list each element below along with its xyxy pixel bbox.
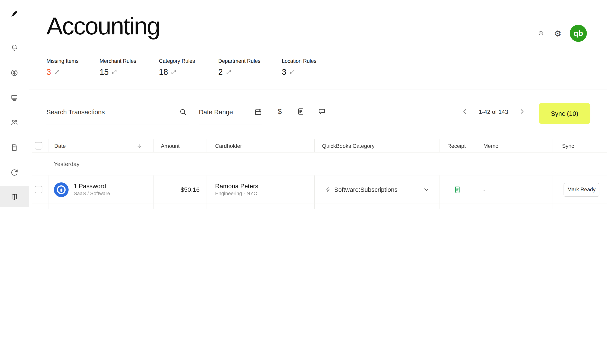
- document-icon: [297, 108, 304, 115]
- next-page-button[interactable]: [517, 107, 527, 116]
- category-select[interactable]: Software:Subscriptions: [314, 175, 440, 204]
- stat-category-rules: Category Rules 18: [159, 58, 195, 77]
- sidebar-item-people[interactable]: [0, 114, 29, 131]
- refresh-dollar-icon: [11, 169, 18, 176]
- stat-merchant-rules: Merchant Rules 15: [99, 58, 136, 77]
- expand-icon[interactable]: [226, 70, 231, 74]
- receipt-icon[interactable]: [454, 186, 461, 194]
- stat-value: 18: [159, 67, 168, 77]
- filter-buttons: $: [274, 105, 328, 118]
- sidebar-item-accounting[interactable]: [0, 186, 29, 207]
- sync-button[interactable]: Sync (10): [539, 103, 590, 124]
- sort-desc-icon: [137, 143, 141, 148]
- column-header-sync: Sync: [553, 139, 607, 152]
- sidebar-item-reimbursements[interactable]: [0, 164, 29, 181]
- merchant-name: 1 Password: [73, 182, 110, 190]
- page-title: Accounting: [46, 12, 160, 41]
- search-input[interactable]: [46, 108, 179, 116]
- column-header-category: QuickBooks Category: [314, 139, 440, 152]
- stats-row: Missing Items 3 Merchant Rules 15 Catego…: [29, 58, 607, 85]
- search-icon: [179, 108, 186, 115]
- category-select[interactable]: Software:Subscriptions: [314, 204, 440, 209]
- prev-page-button[interactable]: [460, 107, 469, 116]
- search-field: [46, 100, 189, 124]
- chat-icon: [318, 108, 325, 115]
- column-label: Date: [54, 143, 66, 149]
- cardholder-dept: Engineering · NYC: [215, 190, 257, 197]
- stat-value: 3: [282, 67, 286, 77]
- history-button[interactable]: [536, 28, 546, 38]
- history-icon: [538, 29, 543, 38]
- date-range-picker[interactable]: Date Range: [199, 100, 262, 124]
- memo-filter-button[interactable]: [316, 105, 328, 118]
- merchant-logo: [54, 182, 69, 197]
- stat-missing-items: Missing Items 3: [46, 58, 78, 77]
- date-range-label: Date Range: [199, 108, 233, 116]
- pagination-label: 1-42 of 143: [476, 108, 511, 115]
- app-logo-icon[interactable]: [0, 7, 29, 21]
- main-content: Accounting ⚙ qb Missing Items 3 Merchant…: [29, 0, 607, 209]
- table-row: 1 Password SaaS / Software $50.16 Ramona…: [32, 175, 607, 204]
- merchant-type: SaaS / Software: [73, 190, 110, 197]
- chevron-right-icon: [521, 109, 524, 114]
- header-actions: ⚙ qb: [536, 25, 587, 42]
- cardholder-name: Ramona Peters: [215, 182, 258, 190]
- expand-icon[interactable]: [172, 70, 176, 74]
- stat-label: Merchant Rules: [99, 58, 136, 64]
- invoice-icon: [11, 143, 18, 151]
- expand-icon[interactable]: [290, 70, 294, 74]
- table-row: w Webflow SaaS / Software $456.83 TK Kon…: [32, 204, 607, 209]
- table-header-row: Date Amount Cardholder QuickBooks Catego…: [32, 139, 607, 153]
- cards-icon: [11, 94, 18, 102]
- column-header-cardholder: Cardholder: [207, 139, 314, 152]
- column-header-memo: Memo: [475, 139, 553, 152]
- stat-value: 3: [46, 67, 51, 77]
- memo-cell[interactable]: -: [475, 175, 553, 204]
- book-icon: [11, 193, 18, 201]
- amount-filter-button[interactable]: $: [274, 105, 286, 118]
- stat-label: Department Rules: [218, 58, 260, 64]
- people-icon: [11, 118, 18, 126]
- column-header-amount: Amount: [153, 139, 207, 152]
- stat-value: 15: [99, 67, 109, 77]
- chevron-left-icon: [463, 109, 466, 114]
- app-window: ⚙ Accounting ⚙ qb Missing Items 3 Mercha…: [0, 0, 607, 209]
- quickbooks-badge[interactable]: qb: [570, 25, 587, 42]
- sidebar-item-notifications[interactable]: [0, 39, 29, 56]
- select-all-checkbox[interactable]: [35, 142, 42, 149]
- bell-icon: [11, 44, 18, 52]
- sidebar-item-spend[interactable]: [0, 64, 29, 81]
- sidebar-item-cards[interactable]: [0, 89, 29, 106]
- date-group-row: Yesterday: [32, 153, 607, 175]
- stat-location-rules: Location Rules 3: [282, 58, 316, 77]
- expand-icon[interactable]: [112, 70, 117, 74]
- sidebar: ⚙: [0, 0, 29, 209]
- toolbar: Date Range $ 1-42 of 143 Sync (10): [29, 89, 607, 139]
- calendar-icon: [255, 108, 262, 115]
- bolt-icon: [325, 187, 331, 193]
- stat-label: Missing Items: [46, 58, 78, 64]
- chevron-down-icon: [424, 188, 429, 191]
- stat-department-rules: Department Rules 2: [218, 58, 260, 77]
- sidebar-item-collapse[interactable]: [0, 208, 29, 209]
- gear-icon: ⚙: [554, 29, 562, 38]
- amount-cell: $456.83: [153, 204, 207, 209]
- receipt-filter-button[interactable]: [295, 105, 307, 118]
- pagination: 1-42 of 143: [460, 107, 527, 116]
- dollar-circle-icon: [11, 69, 18, 77]
- column-header-date[interactable]: Date: [48, 139, 153, 152]
- dollar-icon: $: [278, 107, 282, 116]
- transactions-table: Date Amount Cardholder QuickBooks Catego…: [32, 139, 607, 209]
- settings-button[interactable]: ⚙: [553, 28, 563, 38]
- row-checkbox[interactable]: [35, 186, 42, 193]
- memo-cell[interactable]: Missing memo: [475, 204, 553, 209]
- amount-cell: $50.16: [153, 175, 207, 204]
- stat-label: Category Rules: [159, 58, 195, 64]
- column-header-receipt: Receipt: [440, 139, 475, 152]
- expand-icon[interactable]: [55, 70, 59, 74]
- stat-label: Location Rules: [282, 58, 316, 64]
- sidebar-item-bills[interactable]: [0, 139, 29, 156]
- mark-ready-button[interactable]: Mark Ready: [564, 183, 599, 197]
- stat-value: 2: [218, 67, 223, 77]
